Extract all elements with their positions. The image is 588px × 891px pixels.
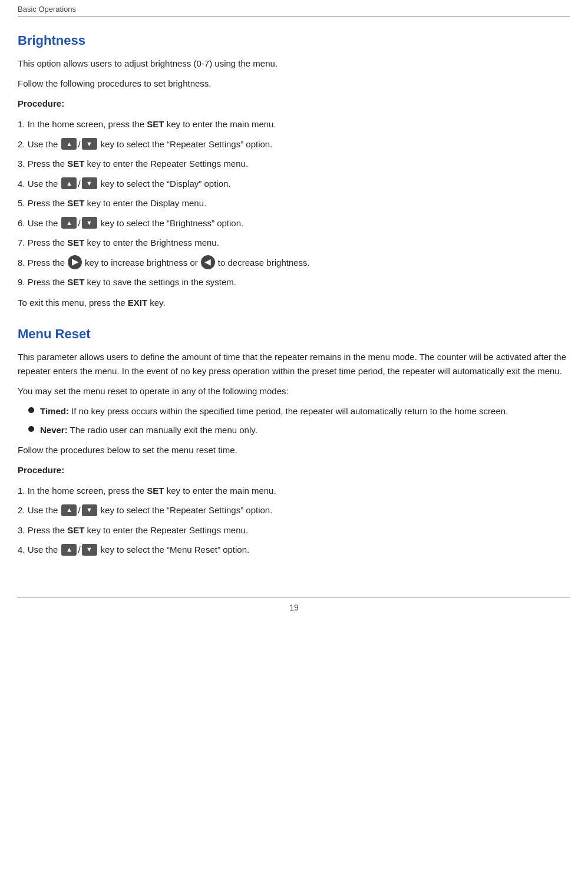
- menu-reset-step-1: 1. In the home screen, press the SET key…: [18, 483, 570, 499]
- brightness-step-9: 9. Press the SET key to save the setting…: [18, 275, 570, 290]
- brightness-step-8: 8. Press the ▶ key to increase brightnes…: [18, 255, 570, 270]
- brightness-nav-up-down-1: ▲/▼: [61, 137, 97, 152]
- mr-up-key-icon-2: ▲: [61, 544, 77, 556]
- mr-nav-up-down-1: ▲/▼: [61, 503, 97, 518]
- menu-reset-step-2: 2. Use the ▲/▼ key to select the “Repeat…: [18, 503, 570, 518]
- menu-reset-section: Menu Reset This parameter allows users t…: [18, 326, 570, 557]
- list-item-never: Never: The radio user can manually exit …: [28, 423, 570, 437]
- brightness-nav-up-down-3: ▲/▼: [61, 216, 97, 231]
- brightness-nav-up-down-2: ▲/▼: [61, 176, 97, 192]
- menu-reset-bullet-intro: You may set the menu reset to operate in…: [18, 384, 570, 398]
- menu-reset-title: Menu Reset: [18, 326, 570, 342]
- down-key-icon-3: ▼: [82, 217, 97, 229]
- mr-up-key-icon: ▲: [61, 504, 77, 516]
- bright-up-icon: ▶: [68, 255, 82, 269]
- brightness-intro1: This option allows users to adjust brigh…: [18, 57, 570, 71]
- brightness-step-1: 1. In the home screen, press the SET key…: [18, 117, 570, 132]
- bright-down-icon: ◀: [201, 255, 215, 269]
- menu-reset-procedure-label: Procedure:: [18, 463, 570, 477]
- brightness-exit-note: To exit this menu, press the EXIT key.: [18, 296, 570, 310]
- brightness-step-6: 6. Use the ▲/▼ key to select the “Bright…: [18, 216, 570, 231]
- up-key-icon-2: ▲: [61, 177, 77, 189]
- mr-down-key-icon-2: ▼: [82, 544, 97, 556]
- brightness-title: Brightness: [18, 33, 570, 48]
- brightness-step-5: 5. Press the SET key to enter the Displa…: [18, 196, 570, 211]
- brightness-procedure-label: Procedure:: [18, 97, 570, 111]
- menu-reset-intro1: This parameter allows users to define th…: [18, 350, 570, 378]
- bullet-dot-never: [28, 426, 34, 432]
- menu-reset-bullet-list: Timed: If no key press occurs within the…: [28, 404, 570, 437]
- footer: 19: [0, 598, 588, 617]
- brightness-step-2: 2. Use the ▲/▼ key to select the “Repeat…: [18, 137, 570, 152]
- up-key-icon-3: ▲: [61, 217, 77, 229]
- up-key-icon: ▲: [61, 138, 77, 150]
- down-key-icon: ▼: [82, 138, 97, 150]
- header-title: Basic Operations: [18, 5, 76, 14]
- menu-reset-follow-note: Follow the procedures below to set the m…: [18, 443, 570, 457]
- mr-nav-up-down-2: ▲/▼: [61, 542, 97, 557]
- page-header: Basic Operations: [0, 0, 588, 16]
- page-number: 19: [289, 603, 299, 612]
- mr-down-key-icon: ▼: [82, 504, 97, 516]
- bullet-dot-timed: [28, 407, 34, 413]
- brightness-step-4: 4. Use the ▲/▼ key to select the “Displa…: [18, 176, 570, 192]
- menu-reset-step-4: 4. Use the ▲/▼ key to select the “Menu R…: [18, 542, 570, 557]
- brightness-section: Brightness This option allows users to a…: [18, 33, 570, 310]
- brightness-step-7: 7. Press the SET key to enter the Bright…: [18, 235, 570, 250]
- down-key-icon-2: ▼: [82, 177, 97, 189]
- menu-reset-step-3: 3. Press the SET key to enter the Repeat…: [18, 523, 570, 538]
- list-item-timed: Timed: If no key press occurs within the…: [28, 404, 570, 418]
- main-content: Brightness This option allows users to a…: [0, 16, 588, 580]
- brightness-intro2: Follow the following procedures to set b…: [18, 77, 570, 91]
- brightness-step-3: 3. Press the SET key to enter the Repeat…: [18, 156, 570, 171]
